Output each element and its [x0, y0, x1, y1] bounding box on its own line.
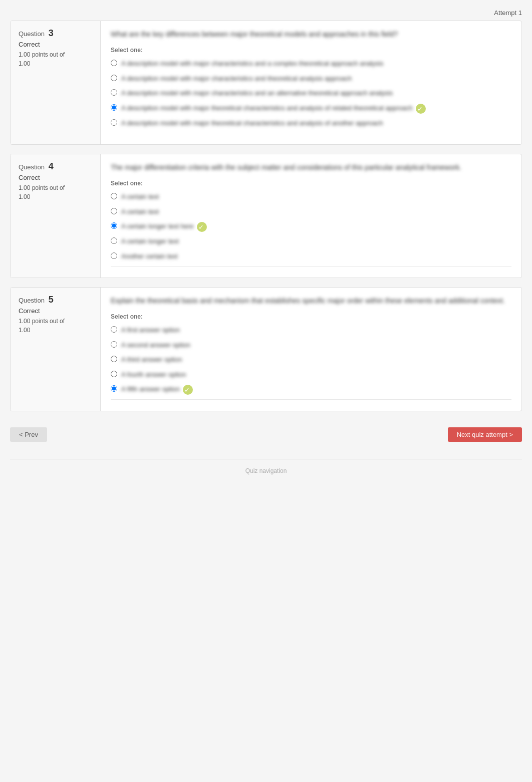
option-text: A description model with major character…	[121, 88, 393, 98]
question-sidebar-3: Question 3 Correct 1.00 points out of1.0…	[11, 21, 101, 144]
answer-radio[interactable]	[111, 326, 117, 333]
option-text: A third answer option	[121, 355, 182, 365]
answer-option: A certain longer text	[111, 236, 511, 246]
answer-radio[interactable]	[111, 341, 117, 348]
page-wrapper: Attempt 1 Question 3 Correct 1.00 points…	[0, 0, 532, 782]
question-sidebar-4: Question 4 Correct 1.00 points out of1.0…	[11, 154, 101, 278]
bottom-nav: < Prev Next quiz attempt >	[10, 420, 522, 449]
question-points: 1.00 points out of1.00	[19, 183, 92, 201]
select-one-label: Select one:	[111, 47, 511, 54]
question-block-4: Question 4 Correct 1.00 points out of1.0…	[10, 154, 522, 278]
question-content-5: Explain the theoretical basis and mechan…	[101, 288, 521, 411]
option-text: A certain text	[121, 207, 159, 217]
option-text: Another certain text	[121, 251, 178, 262]
prev-button[interactable]: < Prev	[10, 427, 47, 442]
answer-option: A description model with major character…	[111, 59, 511, 69]
answer-option: A third answer option	[111, 355, 511, 365]
top-bar-info: Attempt 1	[494, 9, 522, 17]
answer-radio[interactable]	[111, 222, 117, 229]
answer-radio[interactable]	[111, 356, 117, 362]
answer-radio[interactable]	[111, 371, 117, 377]
option-text: A description model with major character…	[121, 59, 383, 69]
option-text: A first answer option	[121, 325, 180, 335]
question-sidebar-5: Question 5 Correct 1.00 points out of1.0…	[11, 288, 101, 411]
page-footer: Quiz navigation	[10, 459, 522, 482]
answer-option: A description model with major character…	[111, 74, 511, 84]
answer-option: A fourth answer option	[111, 370, 511, 380]
question-number: 3	[49, 28, 54, 38]
answer-option: A second answer option	[111, 340, 511, 350]
question-number-row: Question 5	[19, 295, 92, 305]
answer-radio[interactable]	[111, 237, 117, 244]
question-footer	[111, 399, 511, 403]
answer-radio[interactable]	[111, 193, 117, 199]
answer-radio[interactable]	[111, 252, 117, 259]
option-text: A description model with major theoretic…	[121, 103, 413, 113]
question-points: 1.00 points out of1.00	[19, 317, 92, 335]
answer-option: A certain text	[111, 207, 511, 217]
answer-radio[interactable]	[111, 89, 117, 96]
select-one-label: Select one:	[111, 313, 511, 320]
question-number: 5	[49, 295, 54, 305]
question-number-row: Question 3	[19, 28, 92, 39]
question-status: Correct	[19, 307, 92, 315]
questions-container: Question 3 Correct 1.00 points out of1.0…	[10, 21, 522, 411]
question-footer	[111, 266, 511, 270]
question-footer	[111, 133, 511, 136]
option-text: A second answer option	[121, 340, 190, 350]
answer-radio[interactable]	[111, 75, 117, 81]
question-number: 4	[49, 161, 54, 171]
answer-options: A description model with major character…	[111, 59, 511, 128]
option-text: A fourth answer option	[121, 370, 186, 380]
option-text: A description model with major theoretic…	[121, 118, 383, 128]
top-bar: Attempt 1	[10, 5, 522, 21]
option-text: A fifth answer option	[121, 384, 180, 394]
correct-checkmark-icon	[183, 385, 193, 395]
answer-radio[interactable]	[111, 385, 117, 392]
answer-option: A description model with major character…	[111, 88, 511, 98]
answer-option: A fifth answer option	[111, 384, 511, 394]
answer-option: A certain text	[111, 192, 511, 202]
answer-radio[interactable]	[111, 119, 117, 126]
answer-options: A first answer optionA second answer opt…	[111, 325, 511, 394]
option-text: A certain longer text here	[121, 221, 194, 231]
answer-radio[interactable]	[111, 104, 117, 111]
select-one-label: Select one:	[111, 180, 511, 187]
question-content-3: What are the key differences between maj…	[101, 21, 521, 144]
question-number-row: Question 4	[19, 161, 92, 172]
correct-checkmark-icon	[197, 222, 207, 232]
answer-option: A certain longer text here	[111, 221, 511, 231]
answer-options: A certain textA certain textA certain lo…	[111, 192, 511, 261]
question-text: Explain the theoretical basis and mechan…	[111, 296, 511, 306]
question-points: 1.00 points out of1.00	[19, 50, 92, 68]
question-block-3: Question 3 Correct 1.00 points out of1.0…	[10, 21, 522, 145]
question-text: What are the key differences between maj…	[111, 29, 511, 40]
option-text: A description model with major character…	[121, 74, 352, 84]
next-button[interactable]: Next quiz attempt >	[448, 427, 522, 442]
answer-radio[interactable]	[111, 208, 117, 214]
option-text: A certain text	[121, 192, 159, 202]
option-text: A certain longer text	[121, 236, 179, 246]
answer-option: A description model with major theoretic…	[111, 103, 511, 113]
correct-checkmark-icon	[416, 104, 426, 114]
question-text: The major differentiation criteria with …	[111, 162, 511, 173]
answer-radio[interactable]	[111, 60, 117, 66]
answer-option: Another certain text	[111, 251, 511, 262]
question-content-4: The major differentiation criteria with …	[101, 154, 521, 278]
question-status: Correct	[19, 174, 92, 181]
answer-option: A first answer option	[111, 325, 511, 335]
question-block-5: Question 5 Correct 1.00 points out of1.0…	[10, 287, 522, 411]
answer-option: A description model with major theoretic…	[111, 118, 511, 128]
question-status: Correct	[19, 41, 92, 48]
